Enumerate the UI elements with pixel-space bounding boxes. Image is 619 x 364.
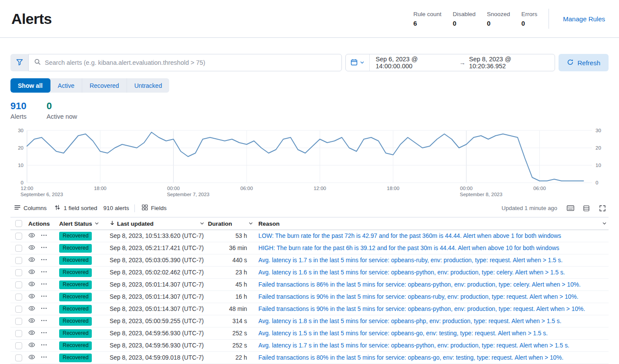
status-badge: Recovered xyxy=(59,232,92,240)
columns-icon xyxy=(14,204,20,212)
view-alert-details-button[interactable] xyxy=(28,317,35,325)
rule-stats-group: Rule count 6 Disabled 0 Snoozed 0 Errors… xyxy=(413,9,608,29)
alerts-chart-svg: 12:00September 6, 202318:0000:00Septembe… xyxy=(10,126,609,197)
view-alert-details-button[interactable] xyxy=(28,329,35,337)
column-header-duration[interactable]: Duration xyxy=(208,220,256,227)
query-bar: Sep 6, 2023 @ 14:00:00.000 → Sep 8, 2023… xyxy=(10,54,609,71)
view-alert-details-button[interactable] xyxy=(28,268,35,277)
more-actions-button[interactable] xyxy=(40,281,47,289)
row-checkbox[interactable] xyxy=(15,281,22,288)
manage-rules-link[interactable]: Manage Rules xyxy=(560,15,608,23)
filter-active[interactable]: Active xyxy=(50,78,82,93)
more-actions-button[interactable] xyxy=(40,293,47,301)
view-alert-details-button[interactable] xyxy=(28,244,35,252)
search-icon xyxy=(34,58,41,67)
column-header-reason[interactable]: Reason xyxy=(256,220,609,227)
view-alert-details-button[interactable] xyxy=(28,341,35,350)
reason-link[interactable]: Failed transactions is 90% in the last 5… xyxy=(258,306,585,312)
row-checkbox[interactable] xyxy=(15,257,22,264)
alert-count-label: 910 alerts xyxy=(101,203,131,213)
fields-button[interactable]: Fields xyxy=(138,203,171,214)
row-checkbox[interactable] xyxy=(15,269,22,276)
view-alert-details-button[interactable] xyxy=(28,232,35,240)
more-actions-button[interactable] xyxy=(40,329,47,337)
duration-cell: 23 h xyxy=(208,269,256,276)
more-actions-icon xyxy=(40,317,47,325)
svg-text:12:00: 12:00 xyxy=(314,186,326,191)
more-actions-button[interactable] xyxy=(40,244,47,252)
table-row: Recovered Sep 8, 2023, 05:01:14.307 (UTC… xyxy=(10,279,609,291)
filter-recovered[interactable]: Recovered xyxy=(82,78,127,93)
duration-cell: 440 s xyxy=(208,257,256,264)
summary-active-now: 0 Active now xyxy=(47,100,77,120)
column-header-alert-status[interactable]: Alert Status xyxy=(59,220,110,227)
row-checkbox[interactable] xyxy=(15,294,22,301)
more-actions-button[interactable] xyxy=(40,317,47,325)
row-checkbox[interactable] xyxy=(15,245,22,252)
last-updated-cell: Sep 8, 2023, 05:01:14.307 (UTC-7) xyxy=(110,294,208,300)
reason-link[interactable]: Failed transactions is 80% in the last 5… xyxy=(258,354,563,361)
stat-label: Snoozed xyxy=(487,11,510,17)
sort-fields-button[interactable]: 1 field sorted xyxy=(50,203,101,214)
more-actions-icon xyxy=(40,329,47,337)
last-updated-cell: Sep 8, 2023, 05:00:59.255 (UTC-7) xyxy=(110,318,208,324)
more-actions-icon xyxy=(40,232,47,240)
alerts-count-label: Alerts xyxy=(10,113,27,120)
status-badge: Recovered xyxy=(59,305,92,314)
more-actions-button[interactable] xyxy=(40,354,47,362)
view-alert-details-button[interactable] xyxy=(28,293,35,301)
filter-show-all[interactable]: Show all xyxy=(10,78,50,93)
select-all-checkbox[interactable] xyxy=(15,220,22,227)
view-alert-details-button[interactable] xyxy=(28,305,35,313)
date-range-picker: Sep 6, 2023 @ 14:00:00.000 → Sep 8, 2023… xyxy=(345,54,555,71)
fullscreen-icon[interactable] xyxy=(596,203,609,214)
row-checkbox[interactable] xyxy=(15,330,22,337)
status-badge: Recovered xyxy=(59,268,92,277)
refresh-icon xyxy=(567,59,574,67)
reason-link[interactable]: Avg. latency is 1.6 s in the last 5 mins… xyxy=(258,269,565,276)
row-checkbox[interactable] xyxy=(15,354,22,361)
reason-link[interactable]: HIGH: The burn rate for the past 6h is 3… xyxy=(258,245,559,251)
search-input[interactable] xyxy=(45,59,336,66)
date-range-end[interactable]: Sep 8, 2023 @ 10:20:36.952 xyxy=(469,56,549,70)
row-checkbox[interactable] xyxy=(15,318,22,325)
query-menu-button[interactable] xyxy=(10,54,28,71)
stat-label: Disabled xyxy=(453,11,476,17)
view-alert-details-button[interactable] xyxy=(28,354,35,362)
more-actions-button[interactable] xyxy=(40,256,47,264)
display-density-icon[interactable] xyxy=(580,203,592,214)
date-quick-select-button[interactable] xyxy=(346,54,370,71)
view-alert-details-button[interactable] xyxy=(28,256,35,264)
svg-text:20: 20 xyxy=(596,145,601,150)
svg-text:06:00: 06:00 xyxy=(533,186,546,191)
keyboard-shortcuts-icon[interactable] xyxy=(564,203,576,214)
more-actions-button[interactable] xyxy=(40,268,47,277)
columns-button[interactable]: Columns xyxy=(10,203,50,214)
row-checkbox[interactable] xyxy=(15,233,22,240)
date-range-start[interactable]: Sep 6, 2023 @ 14:00:00.000 xyxy=(375,56,455,70)
reason-link[interactable]: Avg. latency is 1.5 s in the last 5 mins… xyxy=(258,330,548,337)
svg-text:20: 20 xyxy=(18,145,23,150)
fields-icon xyxy=(142,204,148,212)
reason-link[interactable]: Failed transactions is 90% in the last 5… xyxy=(258,294,579,300)
reason-link[interactable]: Avg. latency is 1.8 s in the last 5 mins… xyxy=(258,318,562,324)
duration-cell: 36 min xyxy=(208,245,256,251)
reason-link[interactable]: Avg. latency is 1.7 s in the last 5 mins… xyxy=(258,342,569,349)
column-header-last-updated[interactable]: Last updated xyxy=(110,220,208,227)
eye-icon xyxy=(28,256,35,264)
duration-cell: 53 h xyxy=(208,233,256,239)
view-alert-details-button[interactable] xyxy=(28,281,35,289)
refresh-button[interactable]: Refresh xyxy=(559,54,609,71)
row-checkbox[interactable] xyxy=(15,342,22,349)
more-actions-button[interactable] xyxy=(40,232,47,240)
duration-cell: 252 s xyxy=(208,342,256,349)
chevron-down-icon xyxy=(602,220,607,227)
more-actions-button[interactable] xyxy=(40,341,47,350)
stat-label: Rule count xyxy=(413,11,442,17)
filter-untracked[interactable]: Untracked xyxy=(127,78,170,93)
row-checkbox[interactable] xyxy=(15,306,22,313)
reason-link[interactable]: LOW: The burn rate for the past 72h is 4… xyxy=(258,233,561,239)
reason-link[interactable]: Failed transactions is 86% in the last 5… xyxy=(258,281,581,288)
reason-link[interactable]: Avg. latency is 1.7 s in the last 5 mins… xyxy=(258,257,562,264)
more-actions-button[interactable] xyxy=(40,305,47,313)
